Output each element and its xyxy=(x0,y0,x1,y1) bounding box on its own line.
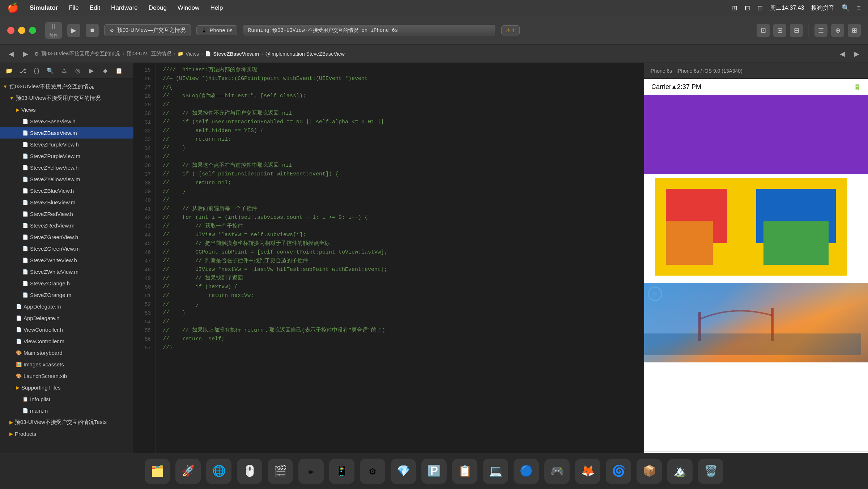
tree-item-SteveZOrange.m[interactable]: 📄SteveZOrange.m xyxy=(0,289,133,301)
tree-item-Views[interactable]: ▶Views xyxy=(0,104,133,115)
log-btn[interactable]: 📋 xyxy=(114,65,124,76)
dock-item[interactable]: 🏔️ xyxy=(667,459,693,484)
dock-item[interactable]: ⚙️ xyxy=(360,459,385,484)
run-button[interactable]: ▶ xyxy=(67,24,80,37)
scheme-selector[interactable]: ⚙ 预03-UIView—户交互之情况 xyxy=(104,24,191,36)
breadcrumb-label-1[interactable]: 预03-UIView不接受用户交互的情况 xyxy=(41,51,120,57)
screen-mirror-icon[interactable]: ⊟ xyxy=(745,4,750,12)
breadcrumb-label-3[interactable]: Views xyxy=(186,51,199,57)
show-utilities-btn[interactable]: ⊞ xyxy=(848,24,861,37)
tree-item-SteveZBaseView.h[interactable]: 📄SteveZBaseView.h xyxy=(0,115,133,127)
build-button[interactable]: ■ xyxy=(86,24,99,37)
close-button[interactable] xyxy=(7,27,14,34)
maximize-button[interactable] xyxy=(29,27,36,34)
tree-item-Main.storyboard[interactable]: 🎨Main.storyboard xyxy=(0,347,133,358)
dock-item[interactable]: ✏️ xyxy=(298,459,324,484)
tree-item-SteveZYellowView.h[interactable]: 📄SteveZYellowView.h xyxy=(0,162,133,173)
tree-item-SteveZGreenView.h[interactable]: 📄SteveZGreenView.h xyxy=(0,231,133,243)
dock-item[interactable]: 🚀 xyxy=(175,459,201,484)
dock-item[interactable]: 🌀 xyxy=(606,459,631,484)
dock-item[interactable]: 🦊 xyxy=(575,459,600,484)
device-selector[interactable]: 📱 iPhone 6s xyxy=(196,25,237,35)
menu-file[interactable]: File xyxy=(69,4,78,12)
dock-item[interactable]: 🖱️ xyxy=(237,459,262,484)
tree-item-AppDelegate.m[interactable]: 📄AppDelegate.m xyxy=(0,301,133,312)
code-editor[interactable]: 2526272829303132333435363738394041424344… xyxy=(134,63,644,473)
tree-item-SteveZGreenView.m[interactable]: 📄SteveZGreenView.m xyxy=(0,243,133,254)
notification-center-icon[interactable]: ≡ xyxy=(857,4,861,12)
breadcrumb-label-4[interactable]: SteveZBaseView.m xyxy=(213,51,259,57)
folder-icon-btn[interactable]: 📁 xyxy=(4,65,14,76)
source-control-btn[interactable]: ⎇ xyxy=(17,65,28,76)
dock-item[interactable]: 💎 xyxy=(391,459,416,484)
code-content[interactable]: //// hitTest:万法内部的参考实现//— (UIView *)hitT… xyxy=(156,63,644,473)
menu-window[interactable]: Window xyxy=(178,4,199,12)
dock-item[interactable]: 🎬 xyxy=(268,459,293,484)
tree-item-预03-UIView不接受户交互的情况Tests[interactable]: ▶预03-UIView不接受户交互的情况Tests xyxy=(0,416,133,428)
tree-item-SteveZBlueView.m[interactable]: 📄SteveZBlueView.m xyxy=(0,196,133,208)
menu-edit[interactable]: Edit xyxy=(90,4,100,12)
breadcrumb-label-5[interactable]: @implementation SteveZBaseView xyxy=(265,51,345,57)
tree-item-ViewController.h[interactable]: 📄ViewController.h xyxy=(0,324,133,335)
tree-item-SteveZBlueView.h[interactable]: 📄SteveZBlueView.h xyxy=(0,185,133,196)
tree-item-Images.xcassets[interactable]: 🖼️Images.xcassets xyxy=(0,358,133,370)
warning-badge[interactable]: ⚠ 1 xyxy=(501,25,520,35)
tree-item-ViewController.m[interactable]: 📄ViewController.m xyxy=(0,335,133,347)
test-btn[interactable]: ◎ xyxy=(72,65,83,76)
tree-item-SteveZPurpleView.m[interactable]: 📄SteveZPurpleView.m xyxy=(0,150,133,162)
tree-item-SteveZBaseView.m[interactable]: 📄SteveZBaseView.m xyxy=(0,127,133,139)
menu-help[interactable]: Help xyxy=(210,4,223,12)
tree-item-预03-UIView不接受用户交互的情况[interactable]: ▼预03-UIView不接受用户交互的情况 xyxy=(0,92,133,104)
minimize-button[interactable] xyxy=(18,27,25,34)
breadcrumb-label-2[interactable]: 预03-UIV...互的情况 xyxy=(127,51,171,57)
issue-btn[interactable]: ⚠ xyxy=(59,65,69,76)
dock-item[interactable]: 📱 xyxy=(329,459,354,484)
dock-item[interactable]: 🅿️ xyxy=(421,459,447,484)
version-editor-btn[interactable]: ⊟ xyxy=(790,24,803,37)
tree-item-SteveZRedView.m[interactable]: 📄SteveZRedView.m xyxy=(0,220,133,231)
assistant-editor-btn[interactable]: ⊞ xyxy=(773,24,786,37)
dock-item[interactable]: 🌐 xyxy=(206,459,231,484)
search-btn[interactable]: 🔍 xyxy=(45,65,56,76)
symbol-btn[interactable]: { } xyxy=(31,65,42,76)
standard-editor-btn[interactable]: ⊡ xyxy=(757,24,770,37)
breadcrumb-item-1[interactable]: ⚙ xyxy=(34,51,39,57)
tree-item-Supporting-Files[interactable]: ▶Supporting Files xyxy=(0,382,133,393)
show-navigator-btn[interactable]: ☰ xyxy=(814,24,827,37)
tree-item-SteveZOrange.h[interactable]: 📄SteveZOrange.h xyxy=(0,277,133,289)
tree-item-SteveZWhiteView.h[interactable]: 📄SteveZWhiteView.h xyxy=(0,254,133,266)
debug-btn[interactable]: ▶ xyxy=(86,65,97,76)
tree-item-SteveZPurpleView.h[interactable]: 📄SteveZPurpleView.h xyxy=(0,139,133,150)
bluetooth-icon[interactable]: ⊡ xyxy=(757,4,763,12)
tree-item-SteveZRedView.h[interactable]: 📄SteveZRedView.h xyxy=(0,208,133,220)
dock-item[interactable]: 🔵 xyxy=(514,459,539,484)
show-debug-btn[interactable]: ⊕ xyxy=(831,24,844,37)
breadcrumb-expand-btn[interactable]: ◀ xyxy=(837,48,848,60)
apple-menu[interactable]: 🍎 xyxy=(7,2,19,14)
dock-item[interactable]: 📦 xyxy=(637,459,662,484)
tree-item-LaunchScreen.xib[interactable]: 🎨LaunchScreen.xib xyxy=(0,370,133,382)
tree-item-SteveZWhiteView.m[interactable]: 📄SteveZWhiteView.m xyxy=(0,266,133,277)
dock-item[interactable]: 📋 xyxy=(452,459,477,484)
dock-item[interactable]: 💻 xyxy=(483,459,508,484)
tree-item-Info.plist[interactable]: 📋Info.plist xyxy=(0,393,133,405)
breadcrumb-collapse-btn[interactable]: ▶ xyxy=(851,48,863,60)
menu-debug[interactable]: Debug xyxy=(149,4,167,12)
menu-hardware[interactable]: Hardware xyxy=(111,4,138,12)
back-button[interactable]: ◀ xyxy=(5,48,17,60)
ime-icon[interactable]: 搜狗拼音 xyxy=(811,4,834,12)
tree-item-AppDelegate.h[interactable]: 📄AppDelegate.h xyxy=(0,312,133,324)
dock-item[interactable]: 🗑️ xyxy=(698,459,723,484)
forward-button[interactable]: ▶ xyxy=(20,48,31,60)
tree-item-预03-UIView不接受用户交互的情况[interactable]: ▼预03-UIView不接受用户交互的情况 xyxy=(0,81,133,92)
stop-button[interactable]: ⏸ 暂停 xyxy=(45,22,62,39)
tree-item-SteveZYellowView.m[interactable]: 📄SteveZYellowView.m xyxy=(0,173,133,185)
screen-share-icon[interactable]: ⊞ xyxy=(732,4,737,12)
tree-item-main.m[interactable]: 📄main.m xyxy=(0,405,133,416)
breakpoint-btn[interactable]: ◆ xyxy=(100,65,111,76)
spotlight-icon[interactable]: 🔍 xyxy=(842,4,850,12)
tree-item-Products[interactable]: ▶Products xyxy=(0,428,133,439)
dock-item[interactable]: 🎮 xyxy=(544,459,570,484)
dock-item[interactable]: 🗂️ xyxy=(145,459,170,484)
menu-simulator[interactable]: Simulator xyxy=(30,4,58,12)
